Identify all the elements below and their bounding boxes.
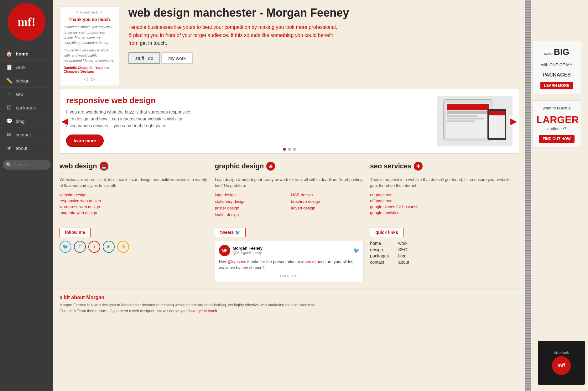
sidebar-item-contact[interactable]: ✉ contact bbox=[0, 128, 53, 141]
slider-title: responsive web design bbox=[66, 96, 431, 105]
seo-icon: ↑ bbox=[6, 91, 13, 98]
pipe-decoration bbox=[525, 0, 531, 391]
web-design-title: web design 💻 bbox=[60, 162, 209, 171]
quick-link-work[interactable]: work bbox=[398, 241, 409, 246]
search-bar[interactable]: 🔍 bbox=[3, 160, 51, 170]
service-seo: seo services ✚ There's no point in a web… bbox=[370, 162, 519, 218]
sidebar-item-about[interactable]: ★ about bbox=[0, 141, 53, 155]
slider-prev-button[interactable]: ◀ bbox=[60, 116, 70, 126]
facebook-button[interactable]: f bbox=[74, 241, 86, 253]
tweets-title[interactable]: tweets 🐦 bbox=[215, 228, 246, 237]
link-google-analytics[interactable]: google analytics bbox=[370, 210, 519, 215]
quick-links-list: home design packages contact work SEO bl… bbox=[370, 241, 519, 266]
quick-link-packages[interactable]: packages bbox=[370, 253, 389, 258]
feedback-arrows: ◁ ▷ bbox=[64, 76, 115, 82]
tweet-author-info: Morgan Feeney @MorganFeeney bbox=[233, 246, 263, 255]
search-input[interactable] bbox=[14, 162, 48, 167]
web-design-desc: Websites are where it's at, let's face i… bbox=[60, 177, 209, 189]
slider-image bbox=[437, 96, 513, 146]
promo1-text2: with ONE OF MY bbox=[537, 62, 577, 68]
link-website-design[interactable]: website design bbox=[60, 193, 209, 197]
quick-links-title[interactable]: quick links bbox=[370, 228, 403, 237]
about-get-in-touch[interactable]: get in touch. bbox=[198, 309, 218, 313]
top-area: ✩ FeedBack ✩ Thank you so much I wanted … bbox=[53, 0, 525, 89]
promo2-text1: want to reach a bbox=[537, 105, 577, 111]
feedback-box: ✩ FeedBack ✩ Thank you so much I wanted … bbox=[60, 6, 119, 86]
tweet-box: MF Morgan Feeney @MorganFeeney 🐦 Hey @ky… bbox=[215, 241, 364, 282]
link-wordpress-web-design[interactable]: wordpress web design bbox=[60, 204, 209, 209]
svg-rect-2 bbox=[447, 104, 489, 110]
feedback-next-arrow[interactable]: ▷ bbox=[91, 76, 95, 82]
sidebar-label-work: work bbox=[16, 65, 26, 70]
sidebar-item-seo[interactable]: ↑ seo bbox=[0, 87, 53, 101]
link-advert-design[interactable]: advert design bbox=[291, 206, 364, 210]
sidebar-item-work[interactable]: 📋 work bbox=[0, 61, 53, 74]
tweet-hashtag-theuxcrunch[interactable]: #theuxcrunch bbox=[301, 259, 325, 264]
sidebar-label-contact: contact bbox=[16, 132, 31, 137]
tab-area: stuff I do my work bbox=[128, 52, 516, 64]
sidebar-item-home[interactable]: 🏠 home bbox=[0, 47, 53, 61]
home-icon: 🏠 bbox=[6, 50, 13, 57]
link-ncr-design[interactable]: NCR design bbox=[291, 193, 364, 197]
promo1-button[interactable]: LEARN MORE bbox=[540, 82, 573, 89]
quick-link-home[interactable]: home bbox=[370, 241, 389, 246]
link-off-page-seo[interactable]: off page seo bbox=[370, 198, 519, 203]
quick-link-seo[interactable]: SEO bbox=[398, 247, 409, 252]
graphic-design-icon: 🖨 bbox=[266, 162, 275, 171]
slider-content: responsive web design If you are wonderi… bbox=[66, 96, 437, 147]
right-sidebar: save BIG with ONE OF MY PACKAGES LEARN M… bbox=[525, 0, 588, 391]
slider-dot-3[interactable] bbox=[293, 148, 296, 151]
slider-dot-1[interactable] bbox=[283, 148, 286, 151]
linkedin-button[interactable]: in bbox=[103, 241, 115, 253]
main-content: ✩ FeedBack ✩ Thank you so much I wanted … bbox=[53, 0, 525, 391]
svg-rect-6 bbox=[447, 120, 475, 122]
sidebar-item-packages[interactable]: ☑ packages bbox=[0, 101, 53, 114]
quick-link-design[interactable]: design bbox=[370, 247, 389, 252]
sidebar-label-blog: blog bbox=[16, 119, 24, 124]
about-title: a bit about Morgan bbox=[60, 295, 519, 300]
about-text1: Morgan Feeney is a web designer in Manch… bbox=[60, 302, 519, 308]
quick-link-contact[interactable]: contact bbox=[370, 260, 389, 265]
tab-my-work[interactable]: my work bbox=[161, 52, 193, 64]
link-logo-design[interactable]: logo design bbox=[215, 193, 288, 197]
link-google-places[interactable]: google places for business bbox=[370, 204, 519, 209]
link-on-page-seo[interactable]: on page seo bbox=[370, 193, 519, 197]
about-text2-span: Cue the A Team theme-tune - If you need … bbox=[60, 309, 196, 313]
slider-next-button[interactable]: ▶ bbox=[509, 116, 519, 126]
contact-icon: ✉ bbox=[6, 131, 13, 138]
think-tank-label: think tank bbox=[554, 351, 569, 354]
link-poster-design[interactable]: poster design bbox=[215, 206, 288, 210]
quick-link-blog[interactable]: blog bbox=[398, 253, 409, 258]
think-tank-box[interactable]: think tank mf! bbox=[538, 341, 585, 385]
svg-rect-4 bbox=[447, 115, 478, 117]
packages-icon: ☑ bbox=[6, 104, 13, 111]
work-icon: 📋 bbox=[6, 64, 13, 71]
tweet-mention-kyecass[interactable]: @kyecass bbox=[227, 259, 246, 264]
promo2-button[interactable]: FIND OUT HOW bbox=[539, 135, 574, 143]
link-stationery-design[interactable]: stationery design bbox=[215, 199, 288, 204]
twitter-button[interactable]: 🐦 bbox=[60, 241, 71, 253]
learn-more-button[interactable]: learn more bbox=[66, 135, 104, 147]
link-leaflet-design[interactable]: leaflet design bbox=[215, 212, 288, 217]
link-responsive-web-design[interactable]: responsive web design bbox=[60, 198, 209, 203]
slider-area: ◀ responsive web design If you are wonde… bbox=[60, 89, 519, 154]
slider-dot-2[interactable] bbox=[288, 148, 291, 151]
svg-rect-5 bbox=[447, 118, 484, 119]
quick-link-about[interactable]: about bbox=[398, 260, 409, 265]
link-magento-web-design[interactable]: magento web design bbox=[60, 210, 209, 215]
graphic-design-label: graphic design bbox=[215, 162, 264, 170]
logo[interactable]: mf! bbox=[8, 3, 45, 41]
sidebar-item-blog[interactable]: 💬 blog bbox=[0, 114, 53, 128]
feedback-prev-arrow[interactable]: ◁ bbox=[84, 76, 87, 82]
feedback-author: Danielle Chappell - Yappers Chappers Des… bbox=[64, 66, 115, 73]
lastfm-button[interactable]: ♪ bbox=[88, 241, 100, 253]
tab-stuff-i-do[interactable]: stuff I do bbox=[128, 52, 160, 64]
svg-rect-3 bbox=[447, 111, 489, 114]
link-brochure-design[interactable]: brochure design bbox=[291, 199, 364, 204]
follow-title[interactable]: follow me bbox=[60, 228, 91, 237]
tweet-avatar: MF bbox=[219, 245, 230, 256]
sidebar-label-seo: seo bbox=[16, 92, 23, 97]
rss-button[interactable]: ⊕ bbox=[117, 241, 129, 253]
design-icon: ✏️ bbox=[6, 77, 13, 84]
sidebar-item-design[interactable]: ✏️ design bbox=[0, 74, 53, 87]
